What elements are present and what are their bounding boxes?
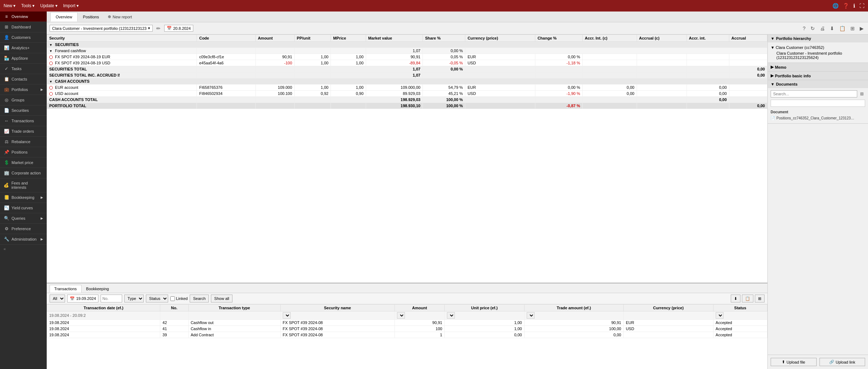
sidebar-item-transactions[interactable]: ↔ Transactions — [0, 116, 47, 126]
update-menu[interactable]: Update ▾ — [40, 3, 57, 8]
trans-export-btn[interactable]: ⬇ — [731, 295, 740, 302]
sidebar-item-overview[interactable]: ≡ Overview — [0, 12, 47, 22]
docs-search-input[interactable] — [771, 90, 857, 97]
fx-spot-usd-row[interactable]: FX SPOT #39 2024-08-19 USD e45aa54f-4a6 … — [47, 60, 767, 66]
portfolio-hierarchy-header[interactable]: ▼ Portfolio hierarchy — [768, 35, 868, 42]
portfolio-basic-info-header[interactable]: ▶ Portfolio basic info — [768, 72, 868, 80]
topbar-right: 🌐 ❓ ℹ ⛶ — [832, 3, 864, 9]
tab-overview[interactable]: Overview — [50, 12, 78, 22]
tab-positions[interactable]: Positions — [78, 12, 105, 22]
sidebar-item-trade-orders[interactable]: 📈 Trade orders — [0, 126, 47, 137]
table-row[interactable]: 19.08.2024 42 Cashflow out FX SPOT #39 2… — [47, 320, 767, 326]
sidebar-item-analytics[interactable]: 📊 Analytics+ — [0, 43, 47, 53]
sidebar-item-customers[interactable]: 👤 Customers — [0, 32, 47, 43]
info-icon[interactable]: ℹ — [853, 3, 855, 9]
sidebar-item-contacts[interactable]: 📋 Contacts — [0, 74, 47, 85]
trans-export-icons: ⬇ 📋 ⊞ — [731, 295, 765, 302]
document-file-item[interactable]: 📄 Positions_cc746352_Clara_Customer_1231… — [771, 115, 865, 121]
sidebar-item-preference[interactable]: ⚙ Preference — [0, 224, 47, 234]
grid-btn[interactable]: ⊞ — [849, 25, 856, 32]
table-row[interactable]: 19.08.2024 41 Cashflow in FX SPOT #39 20… — [47, 326, 767, 332]
print-btn[interactable]: 🖨 — [818, 25, 826, 32]
forward-cashflow-collapse[interactable]: ▼ — [49, 49, 52, 53]
trans-status-select[interactable]: Status — [146, 295, 168, 302]
globe-icon[interactable]: 🌐 — [832, 3, 839, 9]
sidebar-item-corporate-action[interactable]: 🏢 Corporate action — [0, 168, 47, 178]
upload-file-btn[interactable]: ⬆ Upload file — [771, 358, 817, 366]
sidebar-item-market-price[interactable]: 💲 Market price — [0, 158, 47, 168]
sidebar-item-portfolios[interactable]: 💼 Portfolios ▶ — [0, 85, 47, 95]
plus-icon: ⊕ — [108, 14, 111, 19]
toolbar: Clara Customer - Investment portfolio (1… — [47, 22, 868, 35]
download-btn[interactable]: ⬇ — [828, 25, 836, 32]
refresh-btn[interactable]: ↻ — [809, 25, 816, 32]
hierarchy-collapse-icon: ▼ — [771, 36, 775, 41]
new-report-tab[interactable]: ⊕ New report — [104, 13, 135, 20]
sidebar-item-fees[interactable]: 💰 Fees and interests — [0, 178, 47, 192]
sidebar-item-securities[interactable]: 📄 Securities — [0, 105, 47, 116]
expand-icon[interactable]: ⛶ — [859, 3, 864, 9]
help-icon[interactable]: ❓ — [843, 3, 849, 9]
fx-usd-circle-icon — [49, 62, 53, 65]
sidebar-item-groups[interactable]: ◎ Groups — [0, 95, 47, 105]
status-filter-select[interactable] — [716, 312, 724, 319]
tools-menu[interactable]: Tools ▾ — [21, 3, 34, 8]
trans-date-field[interactable]: 📅 19.09.2024 — [67, 295, 98, 302]
tab-transactions[interactable]: Transactions — [50, 285, 82, 293]
date-range-filter-row: 19.08.2024 - 20.09:2 — [47, 311, 767, 320]
unit-price-filter-select[interactable] — [447, 312, 455, 319]
usd-account-row[interactable]: USD account FI846502934 100.100 0,92 0,9… — [47, 91, 767, 97]
topbar: New ▾ Tools ▾ Update ▾ Import ▾ 🌐 ❓ ℹ ⛶ — [0, 0, 868, 12]
docs-view-toggle[interactable]: ⊞ — [859, 91, 865, 97]
next-btn[interactable]: ▶ — [858, 25, 865, 32]
sidebar-item-tasks[interactable]: ✓ Tasks — [0, 64, 47, 74]
documents-header[interactable]: ▼ Documents — [768, 80, 868, 88]
trans-no-input[interactable] — [101, 295, 122, 302]
cash-collapse[interactable]: ▼ — [49, 80, 52, 83]
search-btn[interactable]: Search — [190, 295, 209, 302]
eur-account-row[interactable]: EUR account FI658765376 109.000 1,00 1,0… — [47, 85, 767, 91]
new-menu[interactable]: New ▾ — [4, 3, 15, 8]
edit-portfolio-btn[interactable]: ✏ — [155, 25, 162, 32]
th-amount: Amount — [394, 305, 444, 311]
trans-type-select[interactable]: Type — [124, 295, 144, 302]
show-all-btn[interactable]: Show all — [211, 295, 232, 302]
export-btn[interactable]: 📋 — [838, 25, 847, 32]
col-accrual: Accrual — [729, 35, 767, 42]
date-field[interactable]: 📅 20.8.2024 — [164, 25, 193, 32]
th-unit-price: Unit price (ef.) — [444, 305, 524, 311]
sidebar-item-administration[interactable]: 🔧 Administration ▶ — [0, 234, 47, 245]
trans-csv-btn[interactable]: 📋 — [742, 295, 753, 302]
sidebar-item-yield-curves[interactable]: 📉 Yield curves — [0, 203, 47, 213]
content-area: Overview Positions ⊕ New report Clara Cu… — [47, 12, 868, 369]
amount-filter-select[interactable] — [397, 312, 405, 319]
sidebar-item-positions[interactable]: 📌 Positions — [0, 147, 47, 158]
fx-eur-circle-icon — [49, 55, 53, 59]
sidebar-collapse[interactable]: « — [0, 245, 47, 253]
sidebar-item-bookkeeping[interactable]: 📒 Bookkeeping ▶ — [0, 192, 47, 203]
trade-amount-filter-select[interactable] — [527, 312, 535, 319]
sidebar-item-appstore[interactable]: 🏪 AppStore — [0, 53, 47, 64]
import-menu[interactable]: Import ▾ — [63, 3, 79, 8]
memo-header[interactable]: ▶ Memo — [768, 63, 868, 71]
trans-grid-btn[interactable]: ⊞ — [755, 295, 765, 302]
transactions-icon: ↔ — [4, 118, 9, 123]
trans-all-select[interactable]: All — [50, 295, 65, 302]
tabs-bar: Overview Positions ⊕ New report — [47, 12, 868, 22]
linked-checkbox[interactable] — [170, 296, 175, 301]
sidebar-item-queries[interactable]: 🔍 Queries ▶ — [0, 213, 47, 224]
sidebar-item-rebalance[interactable]: ⚖ Rebalance — [0, 137, 47, 147]
table-row[interactable]: 19.08.2024 39 Add Contract FX SPOT #39 2… — [47, 332, 767, 338]
securities-collapse[interactable]: ▼ — [49, 43, 52, 47]
customer-tree-item[interactable]: ▼ Clara Customer (cc746352) — [771, 45, 865, 50]
documents-content: ⊞ Document 📄 Positions_cc746352_Clara_Cu… — [768, 88, 868, 123]
upload-link-btn[interactable]: 🔗 Upload link — [819, 358, 865, 366]
portfolio-tree-item[interactable]: Clara Customer - Investment portfolio (1… — [771, 50, 865, 60]
help-btn[interactable]: ? — [801, 25, 807, 32]
sidebar-item-dashboard[interactable]: ⊞ Dashboard — [0, 22, 47, 32]
fx-spot-eur-row[interactable]: FX SPOT #39 2024-08-19 EUR c09e3cf8-cf1e… — [47, 54, 767, 60]
tab-bookkeeping[interactable]: Bookkeeping — [82, 285, 114, 293]
security-filter-select[interactable] — [283, 312, 291, 319]
portfolio-basic-info-section: ▶ Portfolio basic info — [768, 72, 868, 80]
portfolio-select[interactable]: Clara Customer - Investment portfolio (1… — [50, 25, 153, 32]
